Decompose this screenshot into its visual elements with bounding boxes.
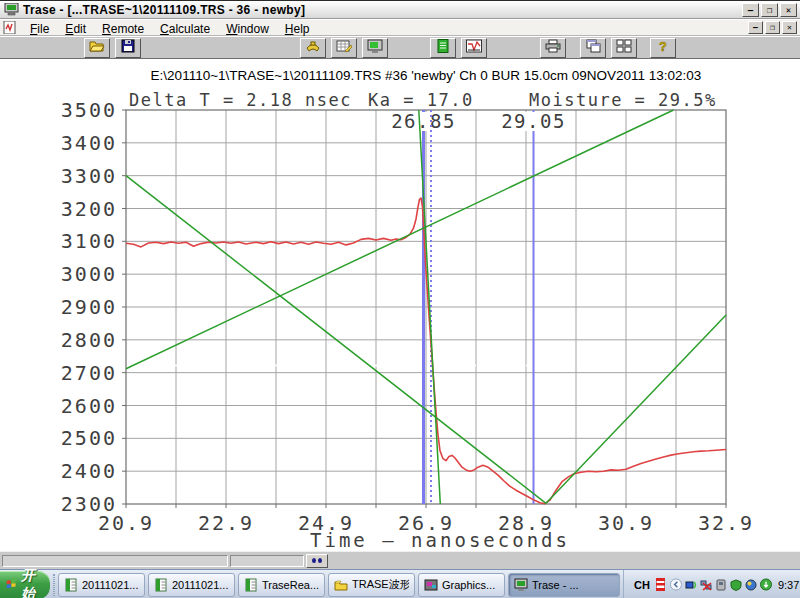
y-tick-label: 3500 (61, 98, 117, 122)
menu-bar: FileEditRemoteCalculateWindowHelp – ❐ ✕ (0, 20, 800, 36)
menu-remote[interactable]: Remote (94, 22, 152, 36)
dialer-icon[interactable] (715, 579, 727, 591)
excel-doc-icon (244, 578, 258, 592)
excel-doc-icon (64, 578, 78, 592)
delta-t-readout: Delta T = 2.18 nsec (129, 90, 352, 110)
title-bar: Trase - [...TRASE~1\20111109.TRS - 36 - … (0, 1, 800, 19)
taskbar-item-label: 20111021... (172, 579, 228, 591)
chart-canvas: E:\201110~1\TRASE~1\20111109.TRS #36 'ne… (0, 60, 800, 551)
search-ball-icon[interactable] (745, 579, 757, 591)
taskbar-item-label: Trase - ... (532, 579, 579, 591)
taskbar-item-4[interactable]: Graphics... (418, 573, 505, 597)
app-icon (4, 3, 19, 16)
status-indicator-button[interactable] (306, 554, 328, 568)
menu-edit[interactable]: Edit (57, 22, 94, 36)
report-button[interactable] (430, 38, 456, 58)
y-tick-label: 3300 (61, 164, 117, 188)
cascade-icon (585, 39, 601, 57)
rising-tangent (546, 315, 726, 503)
print-button[interactable] (540, 38, 566, 58)
trase-icon (514, 578, 528, 592)
status-bar (0, 551, 800, 569)
status-panel-1 (2, 555, 228, 567)
taskbar-item-label: TRASE波形 (352, 577, 409, 592)
file-header: E:\201110~1\TRASE~1\20111109.TRS #36 'ne… (151, 68, 702, 83)
cursor-label: 26.85 (391, 110, 456, 132)
taskbar: 开始 20111021...20111021...TraseRea...TRAS… (0, 569, 800, 598)
taskbar-item-label: Graphics... (442, 579, 495, 591)
monitor-button[interactable] (362, 38, 388, 58)
phone-icon (305, 39, 321, 57)
menu-calculate[interactable]: Calculate (152, 22, 218, 36)
tray-icons (655, 579, 772, 591)
printer-icon (545, 39, 561, 57)
save-button[interactable] (115, 38, 141, 58)
taskbar-item-0[interactable]: 20111021... (58, 573, 145, 597)
menu-help[interactable]: Help (277, 22, 318, 36)
y-tick-label: 2400 (61, 459, 117, 483)
desktop-screen: Trase - [...TRASE~1\20111109.TRS - 36 - … (0, 0, 800, 598)
y-tick-label: 2900 (61, 295, 117, 319)
y-tick-label: 3400 (61, 131, 117, 155)
language-indicator[interactable]: CH (632, 579, 652, 591)
collapse-chevron-icon[interactable] (670, 579, 682, 591)
menu-file[interactable]: File (22, 22, 57, 36)
help-button[interactable]: ? (650, 38, 676, 58)
start-label: 开始 (21, 567, 40, 598)
minimize-button[interactable]: – (742, 3, 759, 17)
ime-bar-icon[interactable] (655, 579, 667, 591)
data-table-button[interactable] (331, 38, 357, 58)
tile-icon (616, 39, 632, 57)
graphics-icon (424, 578, 438, 592)
taskbar-item-label: TraseRea... (262, 579, 319, 591)
y-tick-label: 3100 (61, 229, 117, 253)
waveform-icon (466, 39, 482, 57)
y-tick-label: 3000 (61, 262, 117, 286)
update-icon[interactable] (760, 579, 772, 591)
folder-open-icon (89, 39, 105, 57)
save-floppy-icon (120, 39, 136, 57)
start-button[interactable]: 开始 (0, 571, 50, 598)
child-window-controls: – ❐ ✕ (748, 21, 797, 34)
shield-icon[interactable] (730, 579, 742, 591)
task-items: 20111021...20111021...TraseRea...TRASE波形… (58, 573, 623, 597)
quick-launch-grip[interactable] (53, 574, 55, 596)
x-axis-title: Time — nanoseconds (310, 529, 570, 551)
moisture-readout: Moisture = 29.5% (529, 90, 717, 110)
folder-icon (334, 578, 348, 592)
child-close-button[interactable]: ✕ (782, 21, 797, 34)
cascade-windows-button[interactable] (580, 38, 606, 58)
window-controls: – ❐ ✕ (742, 3, 797, 17)
ka-readout: Ka = 17.0 (368, 90, 474, 110)
help-icon: ? (655, 39, 671, 57)
tile-windows-button[interactable] (611, 38, 637, 58)
restore-button[interactable]: ❐ (761, 3, 778, 17)
menu-window[interactable]: Window (218, 22, 277, 36)
taskbar-item-3[interactable]: TRASE波形 (328, 573, 415, 597)
open-file-button[interactable] (84, 38, 110, 58)
child-minimize-button[interactable]: – (748, 21, 763, 34)
network-offline-icon[interactable] (700, 579, 712, 591)
network-activity-icon[interactable] (685, 579, 697, 591)
y-tick-label: 2300 (61, 492, 117, 516)
taskbar-item-5[interactable]: Trase - ... (508, 573, 620, 597)
waveform-chart: E:\201110~1\TRASE~1\20111109.TRS #36 'ne… (0, 60, 800, 551)
remote-connect-button[interactable] (300, 38, 326, 58)
taskbar-item-1[interactable]: 20111021... (148, 573, 235, 597)
waveform-button[interactable] (461, 38, 487, 58)
x-tick-label: 22.9 (198, 511, 254, 535)
y-tick-label: 3200 (61, 197, 117, 221)
toolbar: ? (0, 36, 800, 59)
taskbar-clock: 9:37 (778, 579, 799, 591)
document-icon (435, 39, 451, 57)
close-button[interactable]: ✕ (780, 3, 797, 17)
indicator-dot (312, 558, 316, 563)
x-tick-label: 32.9 (698, 511, 754, 535)
grid-edit-icon (336, 39, 352, 57)
y-tick-label: 2800 (61, 328, 117, 352)
y-tick-label: 2500 (61, 426, 117, 450)
y-tick-label: 2700 (61, 361, 117, 385)
window-title: Trase - [...TRASE~1\20111109.TRS - 36 - … (23, 3, 305, 17)
child-restore-button[interactable]: ❐ (765, 21, 780, 34)
taskbar-item-2[interactable]: TraseRea... (238, 573, 325, 597)
